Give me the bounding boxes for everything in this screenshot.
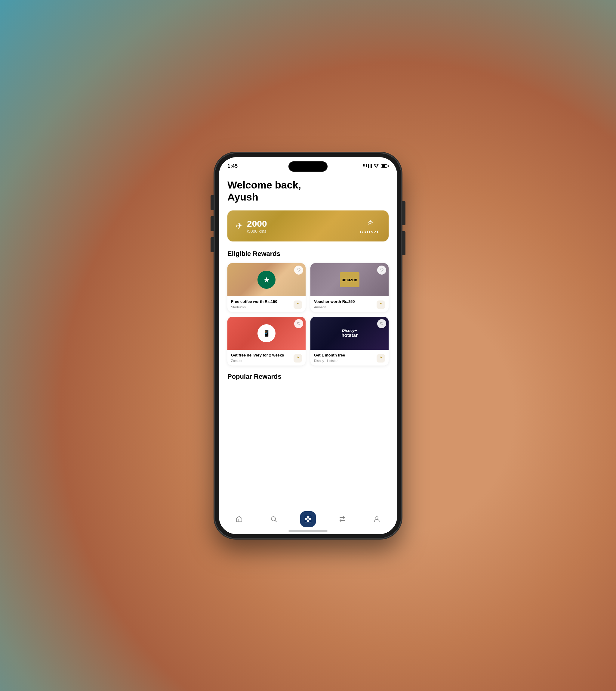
- svg-point-5: [376, 517, 378, 519]
- zomato-reward-info: Get free delivery for 2 weeks Zomato ⌃: [227, 350, 306, 365]
- reward-image-hotstar: Disney+ hotstar ♡: [310, 317, 389, 350]
- zomato-favorite-button[interactable]: ♡: [294, 319, 303, 328]
- starbucks-expand-button[interactable]: ⌃: [293, 300, 302, 309]
- wifi-icon: [374, 164, 379, 168]
- welcome-text: Welcome back, Ayush: [227, 179, 389, 204]
- battery-icon: [381, 164, 389, 168]
- starbucks-text-area: Free coffee worth Rs.150 Starbucks: [231, 299, 291, 309]
- welcome-section: Welcome back, Ayush: [227, 173, 389, 211]
- bronze-tier-card[interactable]: ✈ 2000 /5000 kms BRONZE: [227, 210, 389, 242]
- chevron-up-icon-4: ⌃: [379, 356, 382, 361]
- card-right: BRONZE: [360, 218, 380, 234]
- hotstar-favorite-button[interactable]: ♡: [377, 319, 386, 328]
- zomato-brand: Zomato: [231, 359, 291, 362]
- card-left: ✈ 2000 /5000 kms: [236, 218, 267, 234]
- profile-nav-icon: [373, 516, 380, 523]
- hotstar-text: hotstar: [342, 333, 358, 338]
- kms-current: 2000: [247, 218, 267, 229]
- starbucks-reward-info: Free coffee worth Rs.150 Starbucks ⌃: [227, 296, 306, 312]
- status-time: 1:45: [227, 163, 238, 169]
- nav-item-profile[interactable]: [368, 516, 386, 523]
- amazon-logo: amazon: [340, 272, 359, 287]
- popular-rewards-section: Popular Rewards: [227, 373, 389, 389]
- zomato-text-area: Get free delivery for 2 weeks Zomato: [231, 353, 291, 362]
- screen-content: Welcome back, Ayush ✈ 2000 /5000 kms: [219, 173, 397, 510]
- dynamic-island: [288, 161, 328, 172]
- reward-card-amazon[interactable]: amazon ♡ Voucher worth Rs.250 Amazon: [310, 263, 389, 312]
- amazon-expand-button[interactable]: ⌃: [377, 300, 385, 309]
- reward-image-zomato: 📱 ♡: [227, 317, 306, 350]
- chevron-up-icon-3: ⌃: [296, 356, 300, 361]
- reward-card-zomato[interactable]: 📱 ♡ Get free delivery for 2 weeks Zomato: [227, 317, 306, 365]
- nav-item-scan[interactable]: [299, 511, 317, 527]
- svg-rect-3: [305, 520, 307, 522]
- zomato-expand-button[interactable]: ⌃: [293, 354, 302, 362]
- svg-rect-1: [305, 516, 307, 519]
- reward-card-hotstar[interactable]: Disney+ hotstar ♡ Get 1 month free Disne…: [310, 317, 389, 365]
- card-kms: 2000 /5000 kms: [247, 218, 267, 234]
- signal-icon: [364, 164, 372, 168]
- phone-wrapper: 1:45: [215, 153, 401, 538]
- starbucks-logo: ★: [258, 271, 276, 289]
- starbucks-favorite-button[interactable]: ♡: [294, 266, 303, 275]
- hotstar-logo: Disney+ hotstar: [342, 328, 358, 338]
- amazon-text: amazon: [342, 277, 357, 282]
- hotstar-brand: Disney+ Hotstar: [314, 359, 374, 362]
- amazon-text-area: Voucher worth Rs.250 Amazon: [314, 299, 374, 309]
- scan-nav-icon: [304, 515, 312, 523]
- amazon-favorite-button[interactable]: ♡: [377, 266, 386, 275]
- nav-item-search[interactable]: [265, 516, 283, 523]
- hotstar-text-area: Get 1 month free Disney+ Hotstar: [314, 353, 374, 362]
- eligible-rewards-section: Eligible Rewards ★ ♡: [227, 250, 389, 365]
- eligible-rewards-title: Eligible Rewards: [227, 250, 389, 258]
- starbucks-reward-title: Free coffee worth Rs.150: [231, 299, 291, 305]
- rewards-grid: ★ ♡ Free coffee worth Rs.150 Starbucks: [227, 263, 389, 365]
- chevron-up-icon: ⌃: [296, 302, 300, 307]
- plane-icon: ✈: [236, 221, 243, 231]
- reward-card-starbucks[interactable]: ★ ♡ Free coffee worth Rs.150 Starbucks: [227, 263, 306, 312]
- hotstar-expand-button[interactable]: ⌃: [377, 354, 385, 362]
- status-icons: [364, 164, 389, 168]
- bronze-logo-icon: [365, 218, 376, 229]
- zomato-reward-title: Get free delivery for 2 weeks: [231, 353, 291, 358]
- search-nav-icon: [270, 516, 277, 523]
- nav-item-transfer[interactable]: [333, 516, 351, 523]
- transfer-nav-icon: [339, 516, 346, 523]
- zomato-logo: 📱: [258, 324, 276, 342]
- nav-item-home[interactable]: [230, 516, 248, 523]
- reward-image-starbucks: ★ ♡: [227, 263, 306, 296]
- popular-rewards-title: Popular Rewards: [227, 373, 389, 381]
- hotstar-reward-info: Get 1 month free Disney+ Hotstar ⌃: [310, 350, 389, 365]
- home-nav-icon: [236, 516, 243, 523]
- amazon-reward-info: Voucher worth Rs.250 Amazon ⌃: [310, 296, 389, 312]
- kms-total: /5000 kms: [247, 229, 267, 234]
- reward-image-amazon: amazon ♡: [310, 263, 389, 296]
- home-indicator: [288, 530, 328, 532]
- starbucks-brand: Starbucks: [231, 305, 291, 309]
- phone-frame: 1:45: [215, 153, 401, 538]
- disney-text: Disney+: [342, 328, 357, 333]
- hotstar-reward-title: Get 1 month free: [314, 353, 374, 358]
- amazon-reward-title: Voucher worth Rs.250: [314, 299, 374, 305]
- chevron-up-icon-2: ⌃: [379, 302, 382, 307]
- svg-rect-2: [309, 516, 311, 519]
- svg-rect-4: [309, 520, 311, 522]
- bronze-tier-label: BRONZE: [360, 230, 380, 234]
- amazon-brand: Amazon: [314, 305, 374, 309]
- phone-screen: 1:45: [219, 157, 397, 534]
